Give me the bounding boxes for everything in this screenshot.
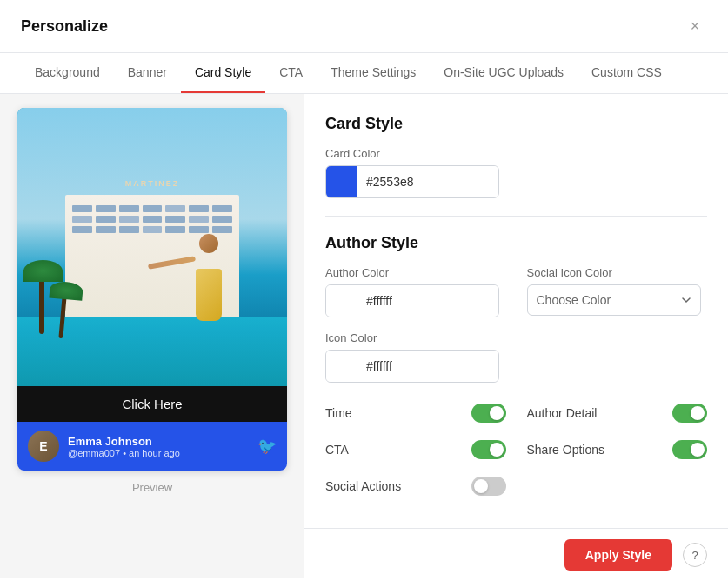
tab-banner[interactable]: Banner [114,53,181,93]
tab-card-style[interactable]: Card Style [181,53,265,93]
author-handle: @emma007 • an hour ago [68,448,249,458]
author-color-swatch[interactable] [326,285,357,317]
modal-header: Personalize × [0,0,728,53]
person [183,234,235,321]
card-color-hex-input[interactable] [357,166,499,197]
tab-custom-css[interactable]: Custom CSS [578,53,676,93]
author-detail-toggle[interactable] [672,404,707,423]
time-toggle[interactable] [471,404,506,423]
author-avatar: E [28,431,59,462]
social-actions-toggle[interactable] [471,477,506,496]
share-options-toggle-label: Share Options [527,443,605,457]
social-icon-color-select[interactable]: Choose Color [527,284,701,316]
tab-theme-settings[interactable]: Theme Settings [317,53,430,93]
author-color-group: Author Color [325,266,506,317]
modal-container: Personalize × Background Banner Card Sty… [0,0,728,581]
card-style-section: Card Style Card Color [325,115,707,198]
author-style-section: Author Style Author Color Social Icon Co… [325,234,707,383]
author-color-input-row [325,284,499,317]
toggle-row-author-detail: Author Detail [527,400,708,426]
card-preview: MARTINEZ [17,108,287,471]
icon-color-group: Icon Color [325,331,707,383]
palm-tree [39,264,44,334]
toggle-row-social-actions: Social Actions [325,473,506,499]
section-divider-1 [325,216,707,217]
hotel-name-label: MARTINEZ [125,179,180,188]
card-color-label: Card Color [325,147,707,160]
author-detail-toggle-label: Author Detail [527,406,598,420]
main-content: MARTINEZ [0,94,728,578]
card-style-title: Card Style [325,115,707,133]
help-button[interactable]: ? [683,543,707,567]
toggles-grid: Time Author Detail CTA Share Options Soc… [325,400,707,499]
tab-background[interactable]: Background [21,53,114,93]
author-color-hex-input[interactable] [357,285,499,317]
settings-panel: Card Style Card Color Author Style Autho… [304,94,728,578]
tab-on-site-ugc[interactable]: On-Site UGC Uploads [430,53,578,93]
modal-footer: Apply Style ? [304,528,728,581]
modal-title: Personalize [21,17,108,36]
icon-color-input-row [325,350,499,383]
icon-color-label: Icon Color [325,331,707,344]
social-icon-color-group: Social Icon Color Choose Color [527,266,708,317]
card-color-swatch[interactable] [326,166,357,197]
author-name: Emma Johnson [68,435,249,448]
share-options-toggle[interactable] [672,440,707,459]
cta-toggle-label: CTA [325,443,349,457]
apply-style-button[interactable]: Apply Style [564,539,672,571]
tabs-bar: Background Banner Card Style CTA Theme S… [0,53,728,94]
twitter-icon: 🐦 [257,437,277,456]
cta-toggle[interactable] [471,440,506,459]
icon-color-swatch[interactable] [326,351,357,382]
time-toggle-label: Time [325,406,352,420]
icon-color-hex-input[interactable] [357,351,499,382]
author-bar: E Emma Johnson @emma007 • an hour ago 🐦 [17,422,287,471]
card-image: MARTINEZ [17,108,287,386]
author-info: Emma Johnson @emma007 • an hour ago [68,435,249,458]
card-color-input-row [325,165,499,198]
social-icon-color-label: Social Icon Color [527,266,708,279]
water [17,317,287,386]
close-button[interactable]: × [683,14,707,38]
tab-cta[interactable]: CTA [265,53,317,93]
author-style-grid: Author Color Social Icon Color Choose Co… [325,266,707,317]
toggle-row-time: Time [325,400,506,426]
author-style-title: Author Style [325,234,707,252]
card-color-group: Card Color [325,147,707,198]
preview-panel: MARTINEZ [0,94,304,578]
cta-bar[interactable]: Click Here [17,386,287,422]
social-actions-toggle-label: Social Actions [325,479,401,493]
author-color-label: Author Color [325,266,506,279]
toggle-row-cta: CTA [325,437,506,463]
preview-label: Preview [132,481,172,494]
toggle-row-share-options: Share Options [527,437,708,463]
